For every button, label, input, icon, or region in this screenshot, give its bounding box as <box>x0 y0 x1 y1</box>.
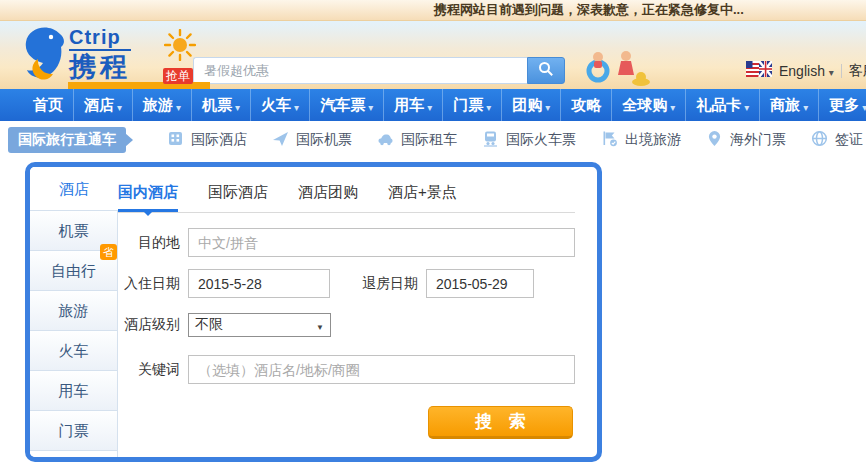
nav-item-bus[interactable]: 汽车票 <box>309 89 383 121</box>
globe-icon <box>811 130 828 150</box>
sidebar-item-tour[interactable]: 旅游 <box>30 291 117 331</box>
booking-sidebar: 酒店 机票 省 自由行 旅游 火车 用车 门票 <box>30 167 118 457</box>
divider <box>841 64 842 78</box>
nav-item-groupbuy[interactable]: 团购 <box>501 89 560 121</box>
chevron-down-icon <box>829 63 834 79</box>
map-pin-icon <box>706 130 723 150</box>
chevron-down-icon <box>744 97 749 114</box>
customer-service-link[interactable]: 客服 <box>849 62 866 80</box>
chevron-down-icon <box>117 97 122 114</box>
language-label: English <box>779 63 825 79</box>
checkout-date-input[interactable] <box>426 269 534 298</box>
checkin-label: 入住日期 <box>118 275 180 293</box>
sidebar-item-train[interactable]: 火车 <box>30 331 117 371</box>
car-icon <box>377 130 394 150</box>
destination-label: 目的地 <box>118 234 180 252</box>
chevron-down-icon <box>235 97 240 114</box>
nav-item-home[interactable]: 首页 <box>23 89 73 121</box>
hotel-tabs: 国内酒店 国际酒店 酒店团购 酒店+景点 <box>118 183 575 213</box>
nav-item-car[interactable]: 用车 <box>383 89 442 121</box>
nav-label: 用车 <box>394 96 424 115</box>
tab-international-hotel[interactable]: 国际酒店 <box>208 183 268 212</box>
outbound-flag-icon <box>601 130 618 150</box>
nav-item-travel[interactable]: 旅游 <box>132 89 191 121</box>
ctrip-logo[interactable]: Ctrip 携程 <box>20 25 131 85</box>
subnav-label: 海外门票 <box>730 131 786 149</box>
tab-hotel-groupbuy[interactable]: 酒店团购 <box>298 183 358 212</box>
nav-label: 机票 <box>202 96 232 115</box>
intl-travel-express-badge[interactable]: 国际旅行直通车 <box>8 127 126 153</box>
nav-item-hotel[interactable]: 酒店 <box>73 89 132 121</box>
nav-item-guides[interactable]: 攻略 <box>560 89 611 121</box>
sidebar-label: 酒店 <box>59 180 89 197</box>
nav-label: 首页 <box>33 96 63 115</box>
checkin-date-input[interactable] <box>188 269 330 298</box>
subnav-item-outbound-tours[interactable]: 出境旅游 <box>601 130 681 150</box>
tab-domestic-hotel[interactable]: 国内酒店 <box>118 183 178 212</box>
chevron-down-icon <box>862 97 866 114</box>
keyword-input[interactable] <box>188 355 575 384</box>
chevron-down-icon <box>803 97 808 114</box>
header-search <box>193 57 565 84</box>
sidebar-label: 用车 <box>59 382 89 399</box>
sidebar-item-hotel[interactable]: 酒店 <box>30 167 118 211</box>
nav-item-giftcard[interactable]: 礼品卡 <box>685 89 759 121</box>
chevron-down-icon <box>427 97 432 114</box>
header-utility: English 客服 <box>746 61 866 80</box>
nav-item-train[interactable]: 火车 <box>250 89 309 121</box>
nav-label: 全球购 <box>622 96 667 115</box>
subnav-item-intl-flight[interactable]: 国际机票 <box>272 130 352 150</box>
chevron-down-icon <box>545 97 550 114</box>
dates-row: 入住日期 退房日期 <box>118 269 534 298</box>
subnav-label: 国际租车 <box>401 131 457 149</box>
subnav-item-intl-car-rental[interactable]: 国际租车 <box>377 130 457 150</box>
nav-label: 礼品卡 <box>696 96 741 115</box>
subnav-label: 签证 <box>835 131 863 149</box>
train-icon <box>482 130 499 150</box>
sidebar-item-freetrip[interactable]: 省 自由行 <box>30 251 117 291</box>
header: Ctrip 携程 <box>0 21 866 89</box>
chevron-down-icon <box>316 317 324 333</box>
grab-order-badge: 抢单 <box>163 68 193 84</box>
sidebar-label: 旅游 <box>59 302 89 319</box>
subnav-item-intl-hotel[interactable]: 国际酒店 <box>167 130 247 150</box>
nav-label: 攻略 <box>571 96 601 115</box>
hotel-level-label: 酒店级别 <box>118 316 180 334</box>
subnav-item-overseas-tickets[interactable]: 海外门票 <box>706 130 786 150</box>
checkout-label: 退房日期 <box>362 275 418 293</box>
nav-item-more[interactable]: 更多 <box>818 89 866 121</box>
nav-label: 更多 <box>829 96 859 115</box>
beach-kids-illustration <box>584 47 650 91</box>
nav-item-flight[interactable]: 机票 <box>191 89 250 121</box>
booking-panel: 酒店 机票 省 自由行 旅游 火车 用车 门票 国内酒店 国际酒店 酒店团购 酒… <box>25 162 602 462</box>
sidebar-item-tickets[interactable]: 门票 <box>30 411 117 451</box>
hotel-level-value: 不限 <box>195 316 223 334</box>
chevron-down-icon <box>176 97 181 114</box>
subnav-item-intl-train[interactable]: 国际火车票 <box>482 130 576 150</box>
language-selector[interactable]: English <box>779 63 834 79</box>
tab-hotel-plus-attraction[interactable]: 酒店+景点 <box>388 183 457 212</box>
nav-item-business[interactable]: 商旅 <box>759 89 818 121</box>
chevron-down-icon <box>486 97 491 114</box>
nav-item-tickets[interactable]: 门票 <box>442 89 501 121</box>
nav-item-globalshop[interactable]: 全球购 <box>611 89 685 121</box>
chevron-down-icon <box>670 97 675 114</box>
hotel-level-select[interactable]: 不限 <box>188 313 331 337</box>
sidebar-item-car[interactable]: 用车 <box>30 371 117 411</box>
chevron-down-icon <box>368 97 373 114</box>
site-notice-bar: 携程网站目前遇到问题，深表歉意，正在紧急修复中... <box>0 0 866 21</box>
header-search-button[interactable] <box>527 57 565 84</box>
subnav-label: 国际酒店 <box>191 131 247 149</box>
nav-label: 团购 <box>512 96 542 115</box>
nav-label: 酒店 <box>84 96 114 115</box>
subnav-label: 国际火车票 <box>506 131 576 149</box>
subnav-item-visa[interactable]: 签证 <box>811 130 863 150</box>
destination-input[interactable] <box>188 228 575 257</box>
save-money-badge: 省 <box>100 244 117 260</box>
brand-name-cn: 携程 <box>69 51 131 83</box>
main-nav: 首页 酒店 旅游 机票 火车 汽车票 用车 门票 团购 攻略 全球购 礼品卡 商… <box>0 89 866 121</box>
search-icon <box>538 61 554 81</box>
header-search-input[interactable] <box>193 57 527 84</box>
search-button[interactable]: 搜 索 <box>428 406 573 439</box>
keyword-row: 关键词 <box>118 355 575 384</box>
